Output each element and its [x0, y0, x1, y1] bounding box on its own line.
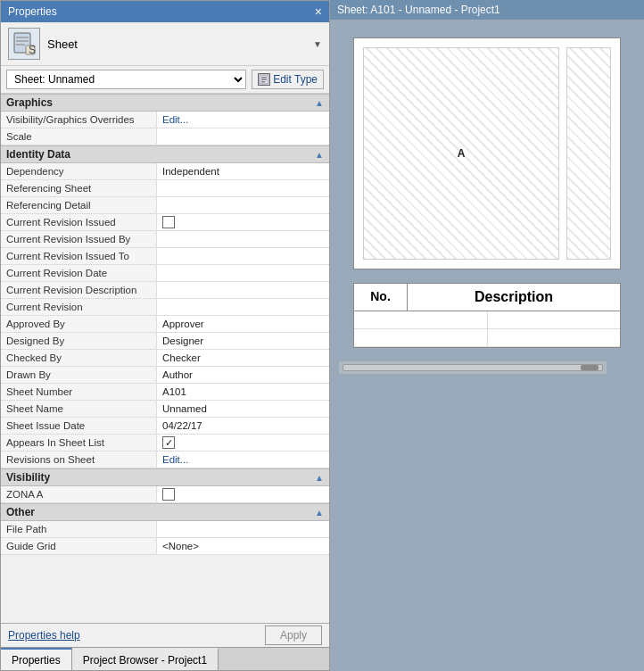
- label-file-path: File Path: [1, 521, 157, 537]
- section-visibility-label: Visibility: [6, 471, 50, 484]
- value-cur-rev-date: [157, 265, 329, 281]
- tab-properties-label: Properties: [12, 654, 61, 667]
- prop-cur-rev-desc: Current Revision Description: [1, 282, 329, 299]
- value-cur-rev-issued-by: [157, 231, 329, 247]
- label-cur-rev-date: Current Revision Date: [1, 265, 157, 281]
- label-drawn-by: Drawn By: [1, 367, 157, 383]
- tab-project-browser[interactable]: Project Browser - Project1: [72, 648, 219, 670]
- tabs-row: Properties Project Browser - Project1: [1, 647, 329, 670]
- properties-container: Graphics ▲ Visibility/Graphics Overrides…: [1, 94, 329, 623]
- drawing-area: Sheet: A101 - Unnamed - Project1 A No. D…: [330, 0, 644, 671]
- prop-sheet-issue-date: Sheet Issue Date 04/22/17: [1, 418, 329, 435]
- prop-sheet-name: Sheet Name Unnamed: [1, 401, 329, 418]
- apply-button[interactable]: Apply: [265, 625, 322, 645]
- value-sheet-number: A101: [157, 384, 329, 400]
- value-sheet-issue-date: 04/22/17: [157, 418, 329, 434]
- sheet-type-dropdown[interactable]: ▼: [313, 39, 322, 49]
- panel-titlebar: Properties ×: [1, 1, 329, 22]
- prop-cur-rev: Current Revision: [1, 299, 329, 316]
- prop-cur-rev-issued-by: Current Revision Issued By: [1, 231, 329, 248]
- value-appears-sheet-list: ✓: [157, 435, 329, 451]
- sheet-letter: A: [458, 147, 466, 160]
- value-revisions-on-sheet[interactable]: Edit...: [157, 451, 329, 468]
- drawing-titlebar: Sheet: A101 - Unnamed - Project1: [330, 0, 644, 20]
- scrollbar-track[interactable]: [343, 364, 603, 371]
- label-guide-grid: Guide Grid: [1, 538, 157, 554]
- label-cur-rev-desc: Current Revision Description: [1, 282, 157, 298]
- section-other-label: Other: [6, 506, 35, 518]
- section-other: Other ▲: [1, 503, 329, 521]
- prop-guide-grid: Guide Grid <None>: [1, 538, 329, 555]
- value-visibility-graphics[interactable]: Edit...: [157, 112, 329, 128]
- section-graphics-label: Graphics: [6, 96, 53, 109]
- checkbox-appears-sheet-list[interactable]: ✓: [162, 436, 175, 449]
- sheet-selector[interactable]: Sheet: Unnamed: [6, 70, 246, 89]
- svg-rect-3: [16, 44, 25, 46]
- svg-rect-2: [16, 40, 29, 42]
- title-cell-desc-2: [488, 329, 621, 346]
- scrollbar-thumb[interactable]: [581, 365, 599, 370]
- value-cur-rev-issued: [157, 214, 329, 230]
- value-file-path: [157, 521, 329, 537]
- title-cell-no-2: [354, 329, 488, 346]
- properties-panel: Properties × S Sheet ▼ Sheet: Unnamed: [0, 0, 330, 671]
- value-designed-by: Designer: [157, 333, 329, 349]
- title-block-row-2: [354, 329, 620, 347]
- title-cell-desc-1: [488, 311, 621, 328]
- title-no-header: No.: [354, 284, 408, 311]
- edit-type-icon: [258, 73, 270, 86]
- label-revisions-on-sheet: Revisions on Sheet: [1, 451, 157, 468]
- label-dependency: Dependency: [1, 163, 157, 179]
- label-ref-sheet: Referencing Sheet: [1, 180, 157, 196]
- prop-checked-by: Checked By Checker: [1, 350, 329, 367]
- prop-designed-by: Designed By Designer: [1, 333, 329, 350]
- properties-help-link[interactable]: Properties help: [8, 629, 80, 642]
- other-collapse-icon[interactable]: ▲: [315, 508, 324, 518]
- help-row: Properties help Apply: [1, 624, 329, 647]
- label-cur-rev-issued-to: Current Revision Issued To: [1, 248, 157, 264]
- prop-cur-rev-date: Current Revision Date: [1, 265, 329, 282]
- prop-approved-by: Approved By Approver: [1, 316, 329, 333]
- value-approved-by: Approver: [157, 316, 329, 332]
- title-block-row-1: [354, 311, 620, 329]
- value-ref-sheet: [157, 180, 329, 196]
- panel-title: Properties: [8, 5, 57, 18]
- checkbox-cur-rev-issued[interactable]: [162, 216, 175, 228]
- label-ref-detail: Referencing Detail: [1, 197, 157, 213]
- section-visibility: Visibility ▲: [1, 468, 329, 486]
- label-checked-by: Checked By: [1, 350, 157, 366]
- close-button[interactable]: ×: [315, 5, 322, 18]
- sheet-type-row: S Sheet ▼: [1, 22, 329, 66]
- value-checked-by: Checker: [157, 350, 329, 366]
- sheet-main-area: A: [363, 47, 559, 260]
- graphics-collapse-icon[interactable]: ▲: [315, 98, 324, 108]
- svg-rect-7: [261, 77, 267, 79]
- visibility-collapse-icon[interactable]: ▲: [315, 473, 324, 483]
- prop-appears-sheet-list: Appears In Sheet List ✓: [1, 435, 329, 451]
- label-visibility-graphics: Visibility/Graphics Overrides: [1, 112, 157, 128]
- prop-cur-rev-issued: Current Revision Issued: [1, 214, 329, 231]
- sheet-type-label: Sheet: [47, 37, 306, 51]
- sheet-thumbnail: A: [353, 37, 621, 269]
- title-block: No. Description: [353, 283, 621, 348]
- title-cell-no-1: [354, 311, 488, 328]
- value-sheet-name: Unnamed: [157, 401, 329, 417]
- value-zona-a: [157, 486, 329, 502]
- drawing-title: Sheet: A101 - Unnamed - Project1: [337, 4, 500, 16]
- value-cur-rev-desc: [157, 282, 329, 298]
- identity-collapse-icon[interactable]: ▲: [315, 150, 324, 160]
- prop-ref-detail: Referencing Detail: [1, 197, 329, 214]
- edit-type-button[interactable]: Edit Type: [252, 70, 324, 89]
- checkbox-zona-a[interactable]: [162, 488, 175, 501]
- prop-revisions-on-sheet: Revisions on Sheet Edit...: [1, 451, 329, 468]
- sheet-right-strip: [566, 47, 611, 260]
- label-sheet-name: Sheet Name: [1, 401, 157, 417]
- section-graphics: Graphics ▲: [1, 94, 329, 112]
- value-cur-rev: [157, 299, 329, 315]
- value-scale: [157, 128, 329, 145]
- label-appears-sheet-list: Appears In Sheet List: [1, 435, 157, 451]
- section-identity-label: Identity Data: [6, 148, 70, 161]
- tab-properties[interactable]: Properties: [1, 648, 72, 670]
- label-designed-by: Designed By: [1, 333, 157, 349]
- svg-rect-9: [261, 81, 265, 83]
